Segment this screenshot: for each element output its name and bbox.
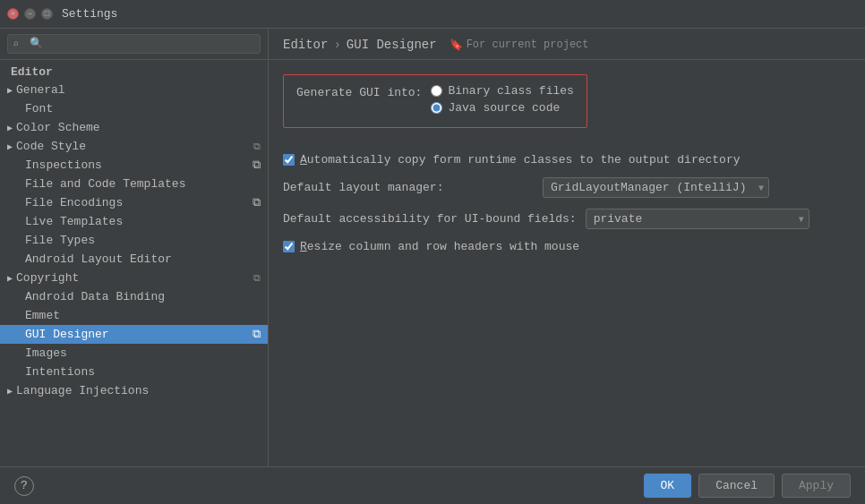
- sidebar-item-inspections[interactable]: Inspections ⧉: [0, 156, 268, 175]
- radio-java-label[interactable]: Java source code: [448, 101, 560, 115]
- checkbox-copy-label[interactable]: Automatically copy form runtime classes …: [300, 153, 741, 167]
- radio-java[interactable]: [431, 102, 442, 114]
- arrow-icon-code: ▶: [7, 142, 13, 152]
- breadcrumb-project: 🔖 For current project: [450, 38, 589, 52]
- sidebar-item-color-scheme[interactable]: ▶Color Scheme: [0, 118, 268, 137]
- main-container: ⌕ Editor ▶General Font ▶Color Scheme ▶Co…: [0, 29, 865, 466]
- sidebar-item-intentions[interactable]: Intentions: [0, 363, 268, 381]
- underline-r: R: [300, 240, 307, 253]
- content-body: Generate GUI into: Binary class files Ja…: [269, 60, 865, 466]
- sidebar-item-emmet[interactable]: Emmet: [0, 306, 268, 325]
- sidebar-item-images[interactable]: Images: [0, 344, 268, 363]
- window-controls[interactable]: × − □: [7, 8, 53, 20]
- sidebar: ⌕ Editor ▶General Font ▶Color Scheme ▶Co…: [0, 29, 269, 466]
- radio-binary[interactable]: [431, 85, 442, 97]
- layout-manager-label: Default layout manager:: [283, 181, 534, 194]
- breadcrumb-part2: GUI Designer: [347, 38, 437, 52]
- sidebar-item-gui-designer[interactable]: GUI Designer ⧉: [0, 325, 268, 344]
- copy-icon-cr: ⧉: [253, 273, 261, 284]
- maximize-button[interactable]: □: [41, 8, 53, 20]
- arrow-icon-cs: ▶: [7, 124, 13, 133]
- content-area: Editor › GUI Designer 🔖 For current proj…: [269, 29, 865, 466]
- ok-button[interactable]: OK: [644, 474, 692, 498]
- checkbox-copy[interactable]: [283, 154, 295, 166]
- sidebar-item-code-style[interactable]: ▶Code Style ⧉: [0, 137, 268, 156]
- layout-manager-select[interactable]: GridLayoutManager (IntelliJ): [543, 177, 769, 198]
- help-button[interactable]: ?: [14, 476, 34, 496]
- sidebar-item-general[interactable]: ▶General: [0, 81, 268, 99]
- checkbox-resize[interactable]: [283, 241, 295, 252]
- underline-a: A: [300, 153, 307, 167]
- checkbox-resize-label[interactable]: Resize column and row headers with mouse: [300, 240, 579, 253]
- bookmark-icon: 🔖: [450, 38, 463, 52]
- cancel-button[interactable]: Cancel: [698, 474, 775, 498]
- sidebar-item-language-injections[interactable]: ▶Language Injections: [0, 381, 268, 400]
- accessibility-row: Default accessibility for UI-bound field…: [283, 209, 851, 229]
- sidebar-item-file-encodings[interactable]: File Encodings ⧉: [0, 193, 268, 212]
- layout-manager-select-wrapper: GridLayoutManager (IntelliJ) ▼: [543, 177, 769, 198]
- minimize-button[interactable]: −: [24, 8, 36, 20]
- sidebar-item-copyright[interactable]: ▶Copyright ⧉: [0, 269, 268, 287]
- content-header: Editor › GUI Designer 🔖 For current proj…: [269, 29, 865, 60]
- sidebar-item-font[interactable]: Font: [0, 99, 268, 118]
- sidebar-item-android-layout-editor[interactable]: Android Layout Editor: [0, 250, 268, 269]
- radio-binary-row: Binary class files: [431, 84, 573, 98]
- search-box: ⌕: [0, 29, 268, 60]
- search-wrapper: ⌕: [7, 34, 261, 54]
- accessibility-label: Default accessibility for UI-bound field…: [283, 212, 577, 226]
- copy-icon: ⧉: [253, 141, 261, 152]
- generate-label: Generate GUI into:: [296, 84, 422, 99]
- checkbox-resize-row: Resize column and row headers with mouse: [283, 240, 851, 253]
- accessibility-select[interactable]: private: [586, 209, 809, 229]
- copy-icon-enc: ⧉: [253, 196, 261, 209]
- radio-binary-label[interactable]: Binary class files: [448, 84, 573, 98]
- sidebar-item-android-data-binding[interactable]: Android Data Binding: [0, 287, 268, 306]
- layout-manager-row: Default layout manager: GridLayoutManage…: [283, 177, 851, 198]
- window-title: Settings: [62, 7, 117, 21]
- bottom-bar: ? OK Cancel Apply: [0, 466, 865, 504]
- search-input[interactable]: [7, 34, 261, 54]
- sidebar-item-live-templates[interactable]: Live Templates: [0, 212, 268, 231]
- sidebar-item-file-code-templates[interactable]: File and Code Templates: [0, 175, 268, 193]
- arrow-icon-copy: ▶: [7, 274, 13, 284]
- radio-group: Binary class files Java source code: [431, 84, 573, 118]
- arrow-icon: ▶: [7, 86, 13, 96]
- generate-gui-box: Generate GUI into: Binary class files Ja…: [283, 74, 587, 128]
- radio-java-row: Java source code: [431, 101, 573, 115]
- checkbox-copy-row: Automatically copy form runtime classes …: [283, 153, 851, 167]
- breadcrumb-part1: Editor: [283, 38, 328, 52]
- bottom-buttons: OK Cancel Apply: [644, 474, 851, 498]
- close-button[interactable]: ×: [7, 8, 19, 20]
- arrow-icon-lang: ▶: [7, 387, 13, 397]
- sidebar-item-file-types[interactable]: File Types: [0, 231, 268, 250]
- breadcrumb-separator: ›: [333, 38, 340, 52]
- title-bar: × − □ Settings: [0, 0, 865, 29]
- search-icon: ⌕: [13, 38, 19, 51]
- copy-icon-inspections: ⧉: [253, 158, 261, 172]
- copy-icon-gui: ⧉: [253, 328, 261, 341]
- accessibility-select-wrapper: private ▼: [586, 209, 809, 229]
- apply-button[interactable]: Apply: [782, 474, 851, 498]
- sidebar-root-label: Editor: [0, 60, 268, 81]
